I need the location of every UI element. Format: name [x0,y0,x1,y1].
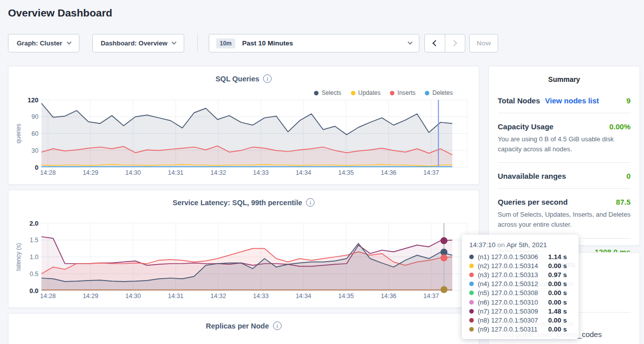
tooltip-node-label: (n3) 127.0.0.1:50313 [478,271,548,279]
y-tick-label: 1.5 [30,237,38,244]
tooltip-node-value: 1.14 s [548,253,567,261]
y-tick-label: 0.5 [30,271,38,278]
summary-title: Summary [489,66,640,83]
view-nodes-list-link[interactable]: View nodes list [545,96,599,105]
page-title: Overview Dashboard [8,7,112,19]
x-tick-label: 14:30 [125,169,141,176]
x-tick-label: 14:36 [381,169,396,176]
total-nodes-label: Total Nodes [498,96,540,105]
tooltip-row: (n2) 127.0.0.1:503140.00 s [469,261,571,270]
tooltip-conjunction: on [497,241,505,249]
toolbar-divider [197,34,198,52]
x-tick-label: 14:29 [83,293,98,300]
capacity-value: 0.00% [609,122,631,131]
summary-panel: Summary Total Nodes View nodes list 9 Ca… [488,66,640,246]
summary-total-nodes: Total Nodes View nodes list 9 [498,96,631,105]
time-next-button[interactable] [445,34,465,52]
time-nav-buttons [424,34,465,52]
y-tick-label: 0.0 [29,287,38,295]
x-tick-label: 14:28 [40,169,55,176]
time-range-dropdown[interactable]: 10m Past 10 Minutes [209,34,419,52]
hover-point [440,237,447,244]
x-tick-label: 14:35 [338,169,353,176]
tooltip-node-label: (n7) 127.0.0.1:50309 [478,308,548,315]
tooltip-row: (n4) 127.0.0.1:503120.00 s [469,280,571,289]
tooltip-node-value: 0.00 s [548,299,567,306]
tooltip-node-label: (n9) 127.0.0.1:50311 [478,326,548,333]
tooltip-time: 14:37:10 [469,241,496,249]
chevron-down-icon [408,40,413,45]
time-range-label: Past 10 Minutes [242,39,408,47]
tooltip-node-value: 0.00 s [548,326,567,333]
y-tick-label: 2.0 [29,220,38,227]
latency-tooltip: 14:37:10 on Apr 5th, 2021 (n1) 127.0.0.1… [462,235,579,339]
node-color-dot-icon [469,282,474,286]
hover-point [440,286,447,293]
service-latency-card: Service Latency: SQL, 99th percentile i … [8,190,479,308]
y-axis-title: latency (s) [15,243,22,271]
hover-point [440,255,447,262]
tooltip-node-value: 0.00 s [548,280,567,288]
chevron-down-icon [172,40,177,45]
unavailable-ranges-value: 0 [627,172,631,180]
node-color-dot-icon [469,327,474,332]
sql-queries-card: SQL Queries i SelectsUpdatesInsertsDelet… [8,66,479,185]
y-tick-label: 0 [35,164,38,171]
chart-title: Replicas per Node [206,322,269,330]
graph-dropdown[interactable]: Graph: Cluster [8,34,79,52]
tooltip-rows: (n1) 127.0.0.1:503061.14 s(n2) 127.0.0.1… [469,252,571,334]
x-tick-label: 14:37 [423,169,439,176]
x-tick-label: 14:35 [338,293,353,300]
divider [498,188,631,189]
chevron-down-icon [66,40,71,45]
time-prev-button[interactable] [425,34,445,52]
tooltip-row: (n1) 127.0.0.1:503061.14 s [469,252,571,261]
tooltip-row: (n8) 127.0.0.1:503070.00 s [469,316,571,325]
overview-dashboard-page: Overview Dashboard Graph: Cluster Dashbo… [0,0,644,344]
replicas-per-node-card: Replicas per Node i [8,313,479,344]
x-tick-label: 14:36 [381,293,396,300]
node-color-dot-icon [469,264,474,268]
summary-unavailable-ranges: Unavailable ranges 0 [498,172,631,180]
service-latency-chart[interactable]: 2.01.51.00.50.014:2814:2914:3014:3114:32… [8,190,480,309]
x-tick-label: 14:30 [125,293,141,300]
divider [498,113,631,113]
tooltip-node-label: (n2) 127.0.0.1:50314 [478,262,548,270]
tooltip-node-label: (n5) 127.0.0.1:50308 [478,289,548,297]
qps-label: Queries per second [498,198,568,206]
y-tick-label: 1.0 [30,254,38,261]
tooltip-row: (n3) 127.0.0.1:503130.97 s [469,270,571,279]
node-color-dot-icon [469,309,474,314]
chevron-left-icon [432,40,439,46]
tooltip-node-value: 1.48 s [548,308,567,315]
tooltip-row: (n7) 127.0.0.1:503091.48 s [469,307,571,316]
node-color-dot-icon [469,255,474,259]
now-button[interactable]: Now [469,34,498,52]
y-tick-label: 60 [31,130,38,137]
x-tick-label: 14:29 [83,169,98,176]
tooltip-node-value: 0.00 s [548,289,567,297]
time-range-badge: 10m [216,38,235,48]
x-tick-label: 14:31 [168,169,183,176]
tooltip-node-value: 0.00 s [548,317,567,324]
divider [498,162,631,163]
sql-queries-chart[interactable]: 120906030014:2814:2914:3014:3114:3214:33… [8,66,480,185]
node-color-dot-icon [469,300,474,305]
tooltip-row: (n6) 127.0.0.1:503100.00 s [469,298,571,307]
summary-qps: Queries per second 87.5 [498,198,631,206]
x-tick-label: 14:28 [40,293,55,300]
dashboard-dropdown[interactable]: Dashboard: Overview [92,34,184,52]
node-color-dot-icon [469,318,474,323]
summary-capacity: Capacity Usage 0.00% [498,122,631,131]
x-tick-label: 14:32 [211,169,226,176]
y-axis-title: queries [15,124,22,143]
node-color-dot-icon [469,291,474,295]
tooltip-node-label: (n4) 127.0.0.1:50312 [478,280,548,288]
info-icon[interactable]: i [273,322,282,330]
y-tick-label: 30 [31,147,38,154]
x-tick-label: 14:33 [253,293,269,300]
qps-value: 87.5 [616,198,631,206]
tooltip-date: Apr 5th, 2021 [506,241,547,249]
x-tick-label: 14:34 [296,169,311,176]
tooltip-row: (n5) 127.0.0.1:503080.00 s [469,289,571,298]
